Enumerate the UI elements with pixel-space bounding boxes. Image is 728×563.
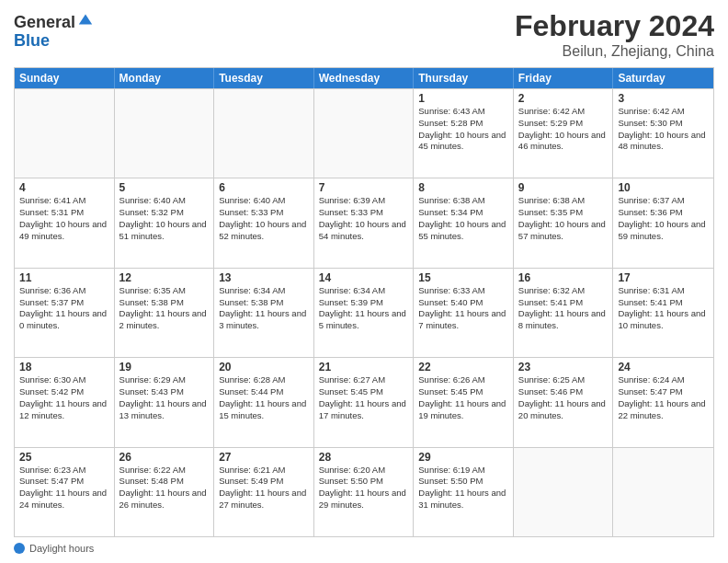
calendar-cell: 26Sunrise: 6:22 AM Sunset: 5:48 PM Dayli… [115, 448, 215, 536]
day-number: 7 [319, 181, 409, 194]
calendar-cell: 2Sunrise: 6:42 AM Sunset: 5:29 PM Daylig… [514, 89, 614, 178]
title-block: February 2024 Beilun, Zhejiang, China [515, 9, 714, 60]
day-info: Sunrise: 6:28 AM Sunset: 5:44 PM Dayligh… [219, 374, 309, 421]
weekday-header: Friday [514, 68, 614, 88]
calendar-cell [314, 89, 415, 178]
calendar-cell: 22Sunrise: 6:26 AM Sunset: 5:45 PM Dayli… [414, 358, 514, 446]
day-info: Sunrise: 6:23 AM Sunset: 5:47 PM Dayligh… [19, 465, 109, 511]
calendar-row: 25Sunrise: 6:23 AM Sunset: 5:47 PM Dayli… [15, 447, 713, 536]
day-number: 1 [418, 92, 508, 105]
day-number: 17 [618, 271, 709, 284]
calendar-cell: 14Sunrise: 6:34 AM Sunset: 5:39 PM Dayli… [314, 269, 415, 357]
calendar-cell: 25Sunrise: 6:23 AM Sunset: 5:47 PM Dayli… [15, 448, 115, 536]
calendar-cell: 19Sunrise: 6:29 AM Sunset: 5:43 PM Dayli… [115, 358, 215, 446]
weekday-header: Wednesday [314, 68, 415, 88]
day-info: Sunrise: 6:29 AM Sunset: 5:43 PM Dayligh… [119, 374, 210, 421]
day-info: Sunrise: 6:34 AM Sunset: 5:39 PM Dayligh… [319, 285, 409, 332]
day-number: 23 [518, 361, 609, 373]
calendar-cell: 12Sunrise: 6:35 AM Sunset: 5:38 PM Dayli… [115, 269, 215, 357]
day-info: Sunrise: 6:37 AM Sunset: 5:36 PM Dayligh… [618, 195, 709, 242]
footer: Daylight hours [14, 543, 714, 554]
calendar-cell: 3Sunrise: 6:42 AM Sunset: 5:30 PM Daylig… [613, 89, 713, 178]
calendar: SundayMondayTuesdayWednesdayThursdayFrid… [14, 67, 714, 537]
day-info: Sunrise: 6:19 AM Sunset: 5:50 PM Dayligh… [418, 465, 508, 511]
day-number: 3 [618, 92, 709, 105]
day-number: 12 [119, 271, 210, 284]
weekday-header: Tuesday [214, 68, 314, 88]
day-number: 26 [119, 451, 210, 464]
calendar-cell: 17Sunrise: 6:31 AM Sunset: 5:41 PM Dayli… [613, 269, 713, 357]
weekday-header: Sunday [15, 68, 115, 88]
page: General Blue February 2024 Beilun, Zheji… [0, 0, 728, 563]
calendar-cell: 4Sunrise: 6:41 AM Sunset: 5:31 PM Daylig… [15, 178, 115, 267]
day-info: Sunrise: 6:40 AM Sunset: 5:33 PM Dayligh… [219, 195, 309, 242]
calendar-header: SundayMondayTuesdayWednesdayThursdayFrid… [15, 68, 713, 88]
calendar-cell: 7Sunrise: 6:39 AM Sunset: 5:33 PM Daylig… [314, 178, 415, 267]
day-info: Sunrise: 6:42 AM Sunset: 5:30 PM Dayligh… [618, 106, 709, 153]
logo-blue: Blue [14, 32, 94, 51]
calendar-cell [514, 448, 614, 536]
calendar-cell: 16Sunrise: 6:32 AM Sunset: 5:41 PM Dayli… [514, 269, 614, 357]
day-info: Sunrise: 6:25 AM Sunset: 5:46 PM Dayligh… [518, 374, 609, 421]
calendar-cell: 27Sunrise: 6:21 AM Sunset: 5:49 PM Dayli… [214, 448, 314, 536]
day-number: 18 [19, 361, 109, 373]
day-info: Sunrise: 6:20 AM Sunset: 5:50 PM Dayligh… [319, 465, 409, 511]
calendar-cell: 20Sunrise: 6:28 AM Sunset: 5:44 PM Dayli… [214, 358, 314, 446]
logo-icon [77, 11, 94, 28]
day-info: Sunrise: 6:24 AM Sunset: 5:47 PM Dayligh… [618, 374, 709, 421]
calendar-cell: 1Sunrise: 6:43 AM Sunset: 5:28 PM Daylig… [414, 89, 514, 178]
day-info: Sunrise: 6:38 AM Sunset: 5:34 PM Dayligh… [418, 195, 508, 242]
calendar-cell [613, 448, 713, 536]
footer-label: Daylight hours [29, 543, 94, 554]
day-number: 8 [418, 181, 508, 194]
calendar-cell: 28Sunrise: 6:20 AM Sunset: 5:50 PM Dayli… [314, 448, 415, 536]
calendar-cell: 8Sunrise: 6:38 AM Sunset: 5:34 PM Daylig… [414, 178, 514, 267]
day-number: 14 [319, 271, 409, 284]
calendar-row: 4Sunrise: 6:41 AM Sunset: 5:31 PM Daylig… [15, 178, 713, 267]
day-number: 27 [219, 451, 309, 464]
calendar-cell: 11Sunrise: 6:36 AM Sunset: 5:37 PM Dayli… [15, 269, 115, 357]
day-info: Sunrise: 6:43 AM Sunset: 5:28 PM Dayligh… [418, 106, 508, 153]
calendar-cell: 21Sunrise: 6:27 AM Sunset: 5:45 PM Dayli… [314, 358, 415, 446]
day-number: 9 [518, 181, 609, 194]
day-number: 22 [418, 361, 508, 373]
day-number: 4 [19, 181, 109, 194]
day-number: 5 [119, 181, 210, 194]
day-info: Sunrise: 6:36 AM Sunset: 5:37 PM Dayligh… [19, 285, 109, 332]
calendar-cell: 5Sunrise: 6:40 AM Sunset: 5:32 PM Daylig… [115, 178, 215, 267]
calendar-cell: 6Sunrise: 6:40 AM Sunset: 5:33 PM Daylig… [214, 178, 314, 267]
day-number: 16 [518, 271, 609, 284]
day-info: Sunrise: 6:27 AM Sunset: 5:45 PM Dayligh… [319, 374, 409, 421]
day-info: Sunrise: 6:22 AM Sunset: 5:48 PM Dayligh… [119, 465, 210, 511]
calendar-row: 18Sunrise: 6:30 AM Sunset: 5:42 PM Dayli… [15, 357, 713, 446]
day-number: 19 [119, 361, 210, 373]
calendar-cell: 13Sunrise: 6:34 AM Sunset: 5:38 PM Dayli… [214, 269, 314, 357]
svg-marker-0 [79, 14, 92, 24]
day-number: 2 [518, 92, 609, 105]
calendar-cell [214, 89, 314, 178]
day-number: 6 [219, 181, 309, 194]
calendar-body: 1Sunrise: 6:43 AM Sunset: 5:28 PM Daylig… [15, 88, 713, 536]
weekday-header: Thursday [414, 68, 514, 88]
day-number: 25 [19, 451, 109, 464]
calendar-row: 11Sunrise: 6:36 AM Sunset: 5:37 PM Dayli… [15, 268, 713, 357]
logo-general: General [14, 14, 75, 32]
calendar-cell: 24Sunrise: 6:24 AM Sunset: 5:47 PM Dayli… [613, 358, 713, 446]
day-number: 11 [19, 271, 109, 284]
day-number: 21 [319, 361, 409, 373]
day-number: 29 [418, 451, 508, 464]
calendar-cell [115, 89, 215, 178]
weekday-header: Monday [115, 68, 215, 88]
location-title: Beilun, Zhejiang, China [515, 43, 714, 60]
day-info: Sunrise: 6:40 AM Sunset: 5:32 PM Dayligh… [119, 195, 210, 242]
calendar-cell: 29Sunrise: 6:19 AM Sunset: 5:50 PM Dayli… [414, 448, 514, 536]
day-info: Sunrise: 6:26 AM Sunset: 5:45 PM Dayligh… [418, 374, 508, 421]
calendar-cell: 15Sunrise: 6:33 AM Sunset: 5:40 PM Dayli… [414, 269, 514, 357]
month-title: February 2024 [515, 9, 714, 43]
day-number: 13 [219, 271, 309, 284]
day-info: Sunrise: 6:32 AM Sunset: 5:41 PM Dayligh… [518, 285, 609, 332]
day-info: Sunrise: 6:42 AM Sunset: 5:29 PM Dayligh… [518, 106, 609, 153]
day-info: Sunrise: 6:34 AM Sunset: 5:38 PM Dayligh… [219, 285, 309, 332]
day-info: Sunrise: 6:35 AM Sunset: 5:38 PM Dayligh… [119, 285, 210, 332]
day-info: Sunrise: 6:30 AM Sunset: 5:42 PM Dayligh… [19, 374, 109, 421]
